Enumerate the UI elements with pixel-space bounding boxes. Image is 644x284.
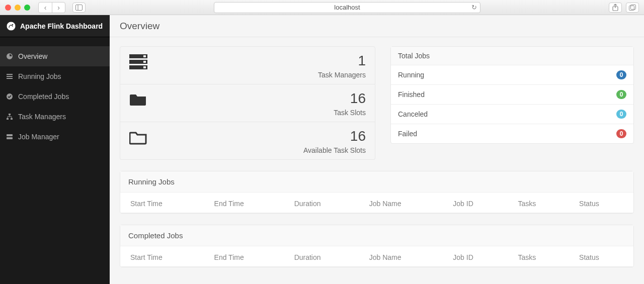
svg-rect-9 bbox=[7, 76, 13, 77]
server-stack-icon bbox=[129, 53, 147, 71]
svg-rect-20 bbox=[143, 55, 146, 57]
completed-jobs-panel: Completed Jobs Start Time End Time Durat… bbox=[120, 225, 634, 267]
stat-value: 1 bbox=[318, 53, 366, 69]
col-status[interactable]: Status bbox=[569, 246, 633, 267]
share-button[interactable] bbox=[609, 3, 622, 13]
svg-rect-4 bbox=[631, 5, 636, 9]
completed-jobs-table: Start Time End Time Duration Job Name Jo… bbox=[120, 246, 633, 267]
svg-rect-0 bbox=[76, 5, 83, 10]
brand-title: Apache Flink Dashboard bbox=[20, 22, 103, 30]
back-button[interactable]: ‹ bbox=[39, 3, 52, 13]
brand: Apache Flink Dashboard bbox=[0, 15, 110, 37]
col-start-time[interactable]: Start Time bbox=[120, 246, 204, 267]
forward-button[interactable]: › bbox=[52, 3, 65, 13]
stat-label: Task Slots bbox=[334, 109, 366, 117]
svg-rect-12 bbox=[9, 114, 11, 115]
col-job-name[interactable]: Job Name bbox=[359, 193, 443, 213]
panel-header: Completed Jobs bbox=[120, 225, 633, 246]
reload-icon[interactable]: ↻ bbox=[471, 4, 477, 11]
sitemap-icon bbox=[6, 113, 14, 120]
maximize-window-icon[interactable] bbox=[24, 5, 30, 11]
running-jobs-panel: Running Jobs Start Time End Time Duratio… bbox=[120, 171, 634, 214]
total-jobs-panel: Total Jobs Running 0 Finished 0 Canceled… bbox=[390, 46, 634, 144]
status-badge: 0 bbox=[616, 70, 626, 79]
folder-icon bbox=[129, 90, 147, 109]
svg-rect-15 bbox=[7, 134, 13, 136]
status-badge: 0 bbox=[616, 129, 626, 138]
dashboard-icon bbox=[6, 53, 14, 60]
running-jobs-table: Start Time End Time Duration Job Name Jo… bbox=[120, 193, 633, 213]
stat-task-managers: 1 Task Managers bbox=[120, 46, 375, 84]
sidebar-item-label: Completed Jobs bbox=[18, 92, 69, 101]
stat-available-slots: 16 Available Task Slots bbox=[120, 122, 375, 160]
sidebar: Apache Flink Dashboard Overview Running … bbox=[0, 15, 110, 284]
stat-task-slots: 16 Task Slots bbox=[120, 84, 375, 122]
browser-toolbar: ‹ › localhost ↻ bbox=[0, 0, 644, 15]
check-circle-icon bbox=[6, 93, 14, 100]
tasks-icon bbox=[6, 73, 14, 80]
col-duration[interactable]: Duration bbox=[284, 193, 359, 213]
sidebar-item-label: Overview bbox=[18, 52, 47, 60]
sidebar-item-label: Task Managers bbox=[18, 113, 66, 121]
col-tasks[interactable]: Tasks bbox=[508, 193, 569, 213]
totals-row-label: Failed bbox=[398, 130, 417, 138]
col-job-id[interactable]: Job ID bbox=[443, 193, 508, 213]
flink-logo-icon bbox=[6, 21, 16, 31]
col-duration[interactable]: Duration bbox=[284, 246, 359, 267]
svg-rect-10 bbox=[7, 78, 13, 79]
col-start-time[interactable]: Start Time bbox=[120, 193, 204, 213]
svg-rect-16 bbox=[7, 137, 13, 139]
totals-row-label: Finished bbox=[398, 90, 425, 99]
nav-arrows: ‹ › bbox=[38, 2, 65, 13]
stat-label: Task Managers bbox=[318, 71, 366, 79]
totals-row-canceled: Canceled 0 bbox=[391, 105, 633, 124]
svg-rect-8 bbox=[7, 74, 13, 75]
sidebar-item-label: Job Manager bbox=[18, 133, 59, 141]
svg-rect-13 bbox=[7, 118, 9, 120]
totals-row-running: Running 0 bbox=[391, 65, 633, 85]
svg-rect-3 bbox=[629, 6, 634, 10]
sidebar-item-job-manager[interactable]: Job Manager bbox=[0, 127, 110, 147]
folder-open-icon bbox=[129, 128, 147, 146]
status-badge: 0 bbox=[616, 110, 626, 119]
col-job-name[interactable]: Job Name bbox=[359, 246, 443, 267]
close-window-icon[interactable] bbox=[5, 5, 11, 11]
main-content: Overview 1 Task Managers bbox=[110, 15, 644, 284]
svg-rect-22 bbox=[143, 66, 146, 68]
totals-row-label: Running bbox=[398, 71, 424, 79]
window-controls bbox=[5, 5, 30, 11]
totals-row-label: Canceled bbox=[398, 110, 428, 118]
col-status[interactable]: Status bbox=[569, 193, 633, 213]
svg-rect-21 bbox=[143, 61, 146, 63]
server-icon bbox=[6, 133, 14, 140]
address-bar[interactable]: localhost ↻ bbox=[214, 2, 480, 13]
sidebar-item-task-managers[interactable]: Task Managers bbox=[0, 107, 110, 127]
address-url: localhost bbox=[334, 4, 360, 11]
stat-value: 16 bbox=[334, 90, 366, 107]
col-end-time[interactable]: End Time bbox=[204, 193, 284, 213]
stat-label: Available Task Slots bbox=[303, 146, 366, 154]
safari-sidebar-button[interactable] bbox=[72, 3, 86, 13]
totals-row-failed: Failed 0 bbox=[391, 124, 633, 143]
totals-row-finished: Finished 0 bbox=[391, 85, 633, 105]
page-title: Overview bbox=[110, 15, 644, 37]
sidebar-item-running-jobs[interactable]: Running Jobs bbox=[0, 66, 110, 86]
cluster-stats: 1 Task Managers 16 Task Slots bbox=[120, 46, 375, 160]
totals-header: Total Jobs bbox=[391, 47, 633, 65]
status-badge: 0 bbox=[616, 90, 626, 99]
stat-value: 16 bbox=[303, 128, 366, 144]
panel-header: Running Jobs bbox=[120, 171, 633, 193]
sidebar-item-label: Running Jobs bbox=[18, 72, 61, 80]
svg-point-7 bbox=[12, 24, 13, 25]
tabs-button[interactable] bbox=[626, 3, 639, 13]
svg-rect-14 bbox=[11, 118, 13, 120]
col-job-id[interactable]: Job ID bbox=[443, 246, 508, 267]
col-tasks[interactable]: Tasks bbox=[508, 246, 569, 267]
minimize-window-icon[interactable] bbox=[15, 5, 21, 11]
sidebar-item-overview[interactable]: Overview bbox=[0, 46, 110, 66]
sidebar-item-completed-jobs[interactable]: Completed Jobs bbox=[0, 86, 110, 107]
col-end-time[interactable]: End Time bbox=[204, 246, 284, 267]
